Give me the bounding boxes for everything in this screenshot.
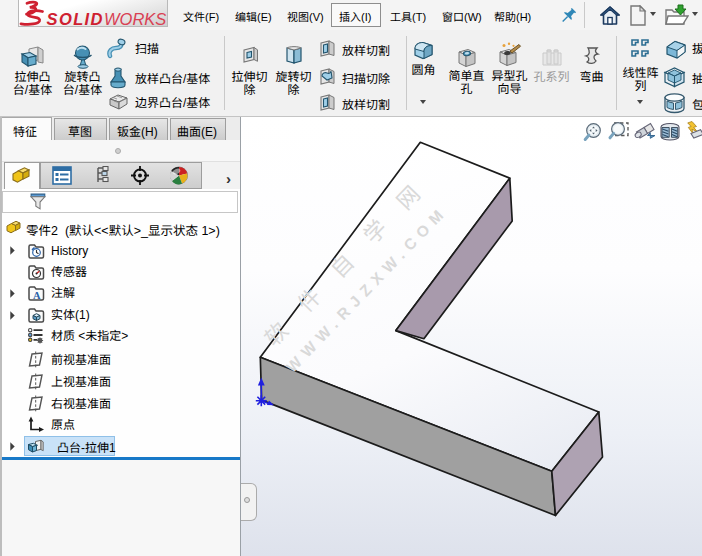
svg-text:WORKS: WORKS: [104, 10, 166, 28]
svg-text:SOLID: SOLID: [47, 10, 104, 28]
svg-text:A: A: [33, 290, 41, 301]
